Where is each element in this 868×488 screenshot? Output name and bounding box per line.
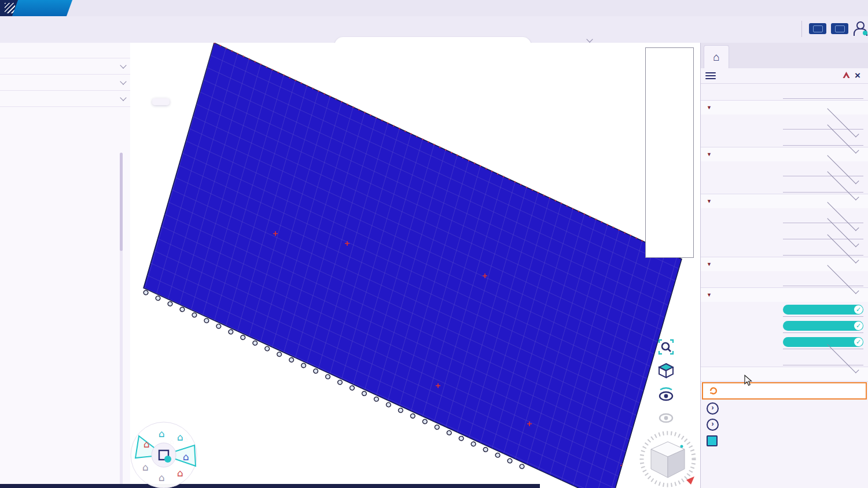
display-unit-row: ✓: [701, 318, 868, 334]
results-properties-panel: × ▼ ▼ ▼ ▼ ▼ ✓: [700, 68, 868, 488]
viewport-tool-strip: [152, 98, 170, 105]
report-preview-action[interactable]: [701, 432, 868, 449]
section-result-case[interactable]: ▼: [701, 147, 868, 161]
envelopes-drawing-row[interactable]: [701, 350, 868, 367]
scia-logo: [12, 0, 72, 16]
values-row[interactable]: [701, 241, 868, 257]
viewport-view-tools: [658, 339, 674, 426]
refresh-action[interactable]: [702, 382, 867, 400]
chevron-down-icon: [586, 36, 593, 42]
tags-filter-dropdown[interactable]: [0, 91, 130, 107]
color-scale-legend: [645, 47, 694, 258]
results-table-action[interactable]: ›: [701, 416, 868, 432]
svg-text:⌂: ⌂: [159, 472, 165, 483]
chevron-down-icon: [120, 94, 126, 101]
input-panel: [0, 43, 131, 488]
main-toolbar: [0, 16, 868, 43]
loads-filter-dropdown[interactable]: [0, 58, 130, 75]
categories-filter-dropdown[interactable]: [0, 75, 130, 91]
screenshot-button-1[interactable]: [809, 23, 826, 34]
radial-marking-menu[interactable]: ⌂⌂ ⌂⌂ ⌂⌂ ⌂: [128, 420, 199, 488]
panel-scrollbar[interactable]: [120, 153, 123, 488]
toolbar-separator: [801, 21, 802, 37]
mouse-cursor: [744, 375, 752, 386]
type-of-selection-row[interactable]: [701, 114, 868, 131]
input-panel-title: [0, 43, 130, 58]
zoom-fit-icon[interactable]: [658, 339, 674, 355]
display-value-name-toggle[interactable]: ✓: [783, 337, 863, 347]
load-case-dropdown[interactable]: [583, 39, 592, 42]
type-of-values-row[interactable]: [701, 224, 868, 241]
screenshot-button-2[interactable]: [831, 23, 848, 34]
display-value-row: ✓: [701, 302, 868, 318]
view-3d-cube-icon[interactable]: [658, 363, 674, 379]
chevron-down-icon: [120, 78, 126, 84]
section-extreme[interactable]: ▼: [701, 194, 868, 208]
arrow-circle-icon: ›: [707, 402, 719, 415]
bottom-border: [0, 484, 540, 488]
visibility-eye-disabled-icon[interactable]: [658, 410, 674, 426]
chevron-down-icon: [120, 62, 126, 68]
rotation-marker-icon: [686, 476, 694, 485]
name-row[interactable]: [701, 84, 868, 100]
svg-text:⌂: ⌂: [159, 428, 165, 439]
extreme-row[interactable]: [701, 208, 868, 224]
svg-text:⌂: ⌂: [144, 438, 150, 450]
section-dynamics-settings[interactable]: ▼: [701, 257, 868, 271]
display-value-name-row: ✓: [701, 334, 868, 350]
display-unit-toggle[interactable]: ✓: [783, 321, 863, 331]
model-viewport[interactable]: ⌂ ⌂ ⌂⌂ ⌂⌂ ⌂⌂ ⌂: [130, 43, 700, 488]
panel-menu-icon[interactable]: [705, 72, 716, 79]
section-actions[interactable]: [701, 367, 868, 382]
drawing-setup-2d-action[interactable]: ›: [701, 400, 868, 416]
title-bar: [0, 0, 868, 17]
pin-panel-icon[interactable]: [840, 71, 852, 81]
arrow-circle-icon: ›: [707, 419, 719, 431]
user-account-icon[interactable]: [853, 21, 867, 36]
response-type-row[interactable]: [701, 271, 868, 287]
result-contour-plot[interactable]: [130, 43, 700, 488]
navigation-cube[interactable]: [635, 427, 700, 488]
close-panel-icon[interactable]: ×: [852, 70, 863, 82]
svg-text:⌂: ⌂: [183, 451, 189, 463]
svg-text:⌂: ⌂: [177, 431, 183, 443]
visibility-eye-icon[interactable]: [658, 386, 674, 402]
mesh-grid: [130, 43, 700, 488]
filter-row[interactable]: [701, 131, 868, 147]
display-value-toggle[interactable]: ✓: [783, 305, 863, 315]
load-case-row[interactable]: [701, 178, 868, 194]
svg-text:⌂: ⌂: [177, 467, 183, 479]
results-panel-tab[interactable]: ⌂: [704, 45, 729, 69]
svg-text:⌂: ⌂: [142, 461, 149, 473]
section-selection[interactable]: ▼: [701, 100, 868, 114]
refresh-icon: [709, 386, 718, 395]
type-of-load-row[interactable]: [701, 161, 868, 178]
section-drawing-setup[interactable]: ▼: [701, 287, 868, 302]
report-icon: [707, 435, 718, 446]
